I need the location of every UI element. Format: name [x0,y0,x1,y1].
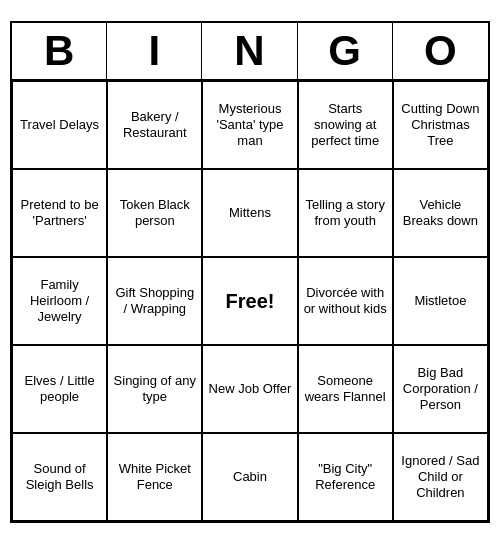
bingo-cell-20: Sound of Sleigh Bells [12,433,107,521]
bingo-cell-8: Telling a story from youth [298,169,393,257]
bingo-cell-22: Cabin [202,433,297,521]
bingo-header: BINGO [12,23,488,81]
header-letter-n: N [202,23,297,79]
bingo-cell-10: Family Heirloom / Jewelry [12,257,107,345]
bingo-cell-23: "Big City" Reference [298,433,393,521]
bingo-cell-6: Token Black person [107,169,202,257]
bingo-cell-3: Starts snowing at perfect time [298,81,393,169]
bingo-cell-13: Divorcée with or without kids [298,257,393,345]
bingo-card: BINGO Travel DelaysBakery / RestaurantMy… [10,21,490,523]
bingo-cell-16: Singing of any type [107,345,202,433]
bingo-cell-1: Bakery / Restaurant [107,81,202,169]
bingo-cell-11: Gift Shopping / Wrapping [107,257,202,345]
bingo-grid: Travel DelaysBakery / RestaurantMysterio… [12,81,488,521]
header-letter-g: G [298,23,393,79]
bingo-cell-17: New Job Offer [202,345,297,433]
bingo-cell-0: Travel Delays [12,81,107,169]
bingo-cell-14: Mistletoe [393,257,488,345]
bingo-cell-9: Vehicle Breaks down [393,169,488,257]
bingo-cell-15: Elves / Little people [12,345,107,433]
header-letter-o: O [393,23,488,79]
bingo-cell-5: Pretend to be 'Partners' [12,169,107,257]
bingo-cell-7: Mittens [202,169,297,257]
bingo-cell-19: Big Bad Corporation / Person [393,345,488,433]
bingo-cell-24: Ignored / Sad Child or Children [393,433,488,521]
bingo-cell-12: Free! [202,257,297,345]
bingo-cell-18: Someone wears Flannel [298,345,393,433]
bingo-cell-21: White Picket Fence [107,433,202,521]
bingo-cell-4: Cutting Down Christmas Tree [393,81,488,169]
header-letter-i: I [107,23,202,79]
header-letter-b: B [12,23,107,79]
bingo-cell-2: Mysterious 'Santa' type man [202,81,297,169]
